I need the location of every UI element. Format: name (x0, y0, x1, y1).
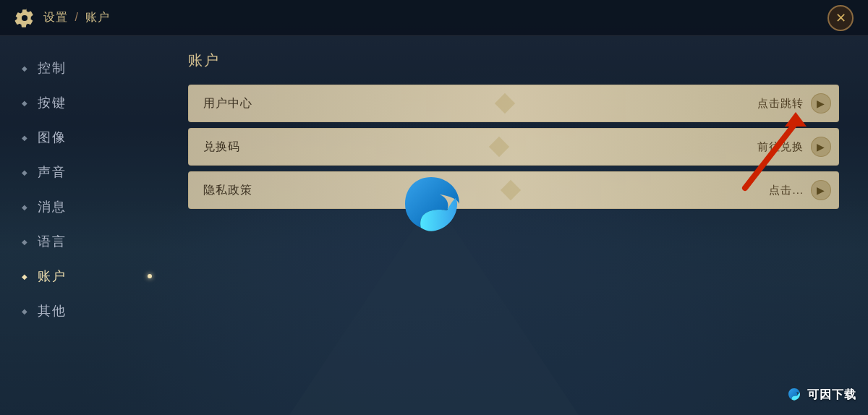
gear-icon (14, 8, 35, 28)
row-arrow-icon: ▶ (811, 93, 831, 114)
action-label: 点击跳转 (757, 97, 804, 111)
sidebar-item-language[interactable]: 语言 (0, 224, 159, 259)
row-arrow-icon: ▶ (811, 180, 831, 200)
sidebar-item-messages[interactable]: 消息 (0, 189, 159, 224)
watermark: 可因下载 (786, 386, 856, 403)
diamond-icon (495, 93, 515, 114)
row-label-redeem-code: 兑换码 (189, 140, 240, 155)
sidebar-item-label: 消息 (38, 198, 67, 215)
row-spacer (240, 140, 757, 154)
row-label-user-center: 用户中心 (189, 96, 252, 111)
row-arrow-icon: ▶ (811, 137, 831, 157)
row-action-redeem-code: 前往兑换 ▶ (757, 137, 838, 157)
row-action-privacy-policy: 点击... ▶ (769, 180, 838, 200)
action-label: 点击... (769, 184, 804, 197)
sidebar-item-label: 控制 (38, 59, 67, 77)
close-button[interactable]: ✕ (827, 5, 854, 31)
header-title: 设置 / 账户 (43, 10, 110, 25)
action-label: 前往兑换 (757, 140, 804, 154)
content-area: 账户 用户中心 点击跳转 ▶ 兑换码 前往兑换 ▶ (159, 36, 868, 415)
sidebar-item-label: 其他 (38, 302, 67, 320)
diamond-icon (488, 137, 509, 157)
row-label-privacy-policy: 隐私政策 (189, 183, 252, 198)
sidebar-item-other[interactable]: 其他 (0, 294, 159, 328)
row-spacer (252, 183, 769, 197)
sidebar-item-account[interactable]: 账户 (0, 259, 159, 294)
sidebar-item-label: 按键 (38, 94, 67, 111)
sidebar-item-label: 语言 (38, 233, 67, 250)
sidebar-item-label: 声音 (38, 163, 67, 181)
header-bar: 设置 / 账户 ✕ (0, 0, 868, 36)
content-title: 账户 (188, 51, 839, 70)
diamond-icon (501, 180, 521, 200)
sidebar-item-keys[interactable]: 按键 (0, 85, 159, 120)
sidebar-item-sound[interactable]: 声音 (0, 155, 159, 189)
watermark-text: 可因下载 (807, 388, 856, 403)
sidebar-item-label: 账户 (38, 268, 67, 285)
setting-row-redeem-code[interactable]: 兑换码 前往兑换 ▶ (188, 128, 839, 166)
sidebar-item-control[interactable]: 控制 (0, 51, 159, 85)
row-spacer (252, 96, 757, 111)
sidebar: 控制 按键 图像 声音 消息 语言 账户 其他 (0, 36, 159, 415)
setting-row-user-center[interactable]: 用户中心 点击跳转 ▶ (188, 85, 839, 122)
edge-logo (398, 171, 470, 244)
sidebar-item-label: 图像 (38, 129, 67, 146)
setting-row-privacy-policy[interactable]: 隐私政策 点击... ▶ (188, 171, 839, 209)
row-action-user-center: 点击跳转 ▶ (757, 93, 838, 114)
sidebar-item-graphics[interactable]: 图像 (0, 120, 159, 155)
